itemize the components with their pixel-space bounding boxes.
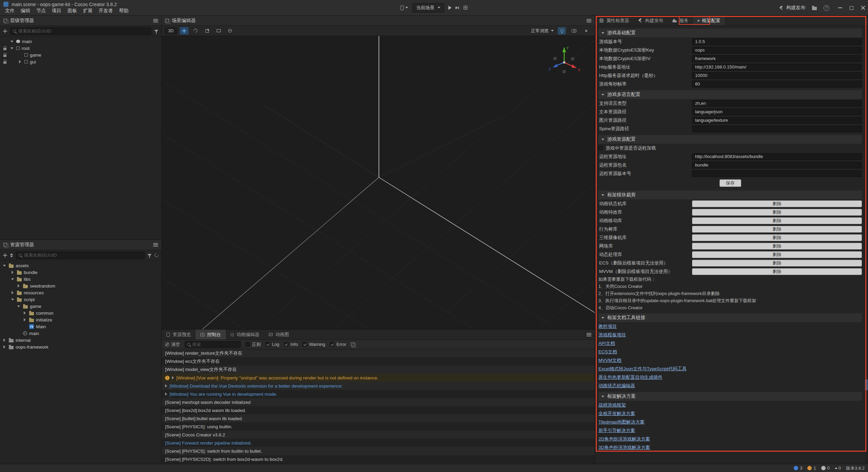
rotate-tool-button[interactable]	[191, 27, 200, 35]
menu-panel[interactable]: 面板	[64, 7, 80, 15]
console-log-row[interactable]: [Scene] [bullet]:bullet wasm lib loaded.	[162, 414, 595, 422]
chevron-right-icon[interactable]	[24, 318, 26, 321]
expand-log-icon[interactable]	[165, 384, 167, 388]
chevron-right-icon[interactable]	[24, 311, 26, 315]
doc-link[interactable]: 动画状态机编辑器	[598, 383, 635, 389]
console-log-row[interactable]: [Scene] [PHYSICS]: using builtin.	[162, 422, 595, 431]
tree-row[interactable]: main	[0, 38, 161, 45]
move-tool-button[interactable]	[180, 27, 189, 35]
info-checkbox[interactable]	[284, 342, 289, 347]
tree-row[interactable]: resources	[0, 289, 161, 296]
delete-module-button[interactable]: 删除	[692, 260, 862, 267]
sort-icon[interactable]	[10, 253, 13, 257]
tree-row[interactable]: libs	[0, 276, 161, 282]
delete-module-button[interactable]: 删除	[692, 243, 862, 250]
lock-icon[interactable]	[3, 55, 6, 57]
regex-toggle[interactable]: 正则	[245, 341, 261, 348]
tree-row[interactable]: initialize	[0, 316, 161, 323]
play-button[interactable]	[449, 6, 452, 10]
clear-console-button[interactable]: 清空	[165, 341, 180, 348]
help-icon[interactable]: ?	[824, 5, 829, 11]
section-doc-links[interactable]: 框架文档工具链接	[598, 313, 862, 322]
text-path-input[interactable]	[692, 109, 862, 115]
tree-row[interactable]: bundle	[0, 269, 161, 276]
coordinate-tool-button[interactable]	[226, 27, 235, 35]
open-folder-icon[interactable]	[812, 7, 817, 10]
delete-module-button[interactable]: 删除	[692, 251, 862, 258]
chevron-right-icon[interactable]	[12, 271, 14, 274]
chevron-down-icon[interactable]	[11, 47, 13, 49]
chevron-right-icon[interactable]	[18, 284, 20, 288]
log-count-badge[interactable]: 3	[794, 466, 802, 471]
delete-module-button[interactable]: 删除	[692, 209, 862, 216]
tree-row[interactable]: assets	[0, 262, 161, 269]
tab-property-inspector[interactable]: 属性检查器	[595, 16, 634, 25]
chevron-right-icon[interactable]	[3, 338, 5, 342]
console-log-row[interactable]: [Scene] [box2d]:box2d wasm lib loaded.	[162, 406, 595, 414]
delete-module-button[interactable]: 删除	[692, 226, 862, 233]
close-button[interactable]	[861, 6, 865, 10]
console-menu-icon[interactable]	[587, 334, 591, 335]
console-log-row[interactable]: [Window] render_texture文件夹不存在	[162, 349, 595, 357]
chevron-right-icon[interactable]	[3, 345, 5, 349]
preview-device-button[interactable]	[401, 5, 408, 10]
chevron-down-icon[interactable]	[11, 41, 13, 42]
scene-settings-button[interactable]	[582, 27, 590, 35]
spine-path-input[interactable]	[692, 125, 862, 132]
scene-select-dropdown[interactable]: 当前场景	[412, 3, 445, 13]
tree-row[interactable]: internal	[0, 337, 161, 343]
solution-link[interactable]: 全栈开发解决方案	[598, 411, 635, 417]
tree-row[interactable]: script	[0, 296, 161, 303]
chevron-down-icon[interactable]	[17, 306, 20, 307]
hierarchy-menu-icon[interactable]	[153, 20, 158, 21]
section-module-trim[interactable]: 框架模块裁剪	[598, 191, 862, 199]
crypto-key-input[interactable]	[692, 47, 862, 54]
languages-input[interactable]	[692, 100, 862, 107]
doc-link[interactable]: 教程项目	[598, 323, 617, 330]
scale-tool-button[interactable]	[203, 27, 212, 35]
doc-link[interactable]: Excel格式转Json文件与TypeScript代码工具	[598, 366, 687, 372]
tree-row[interactable]: seedrandom	[0, 282, 161, 289]
image-path-input[interactable]	[692, 117, 862, 124]
collapse-logs-icon[interactable]	[351, 342, 355, 346]
menu-edit[interactable]: 编辑	[18, 7, 33, 15]
doc-link[interactable]: MVVM文档	[598, 357, 622, 363]
axis-gizmo[interactable]: Y X Z	[547, 44, 582, 79]
assets-filter-icon[interactable]	[147, 254, 152, 256]
filter-warning[interactable]: Warning	[302, 342, 325, 347]
error-checkbox[interactable]	[330, 342, 334, 347]
solution-link[interactable]: Tiledmap地图解决方案	[598, 419, 645, 425]
delete-module-button[interactable]: 删除	[692, 268, 862, 275]
http-server-input[interactable]	[692, 64, 862, 71]
warning-count-badge[interactable]: 1	[807, 466, 816, 471]
mode-3d-button[interactable]: 3D	[165, 27, 177, 34]
http-timeout-input[interactable]	[692, 72, 862, 79]
rect-tool-button[interactable]	[214, 27, 223, 35]
tab-animation-graph[interactable]: 动画图	[264, 330, 294, 339]
assets-search-input[interactable]	[24, 253, 142, 258]
chevron-right-icon[interactable]	[19, 60, 21, 63]
chevron-down-icon[interactable]	[11, 278, 14, 280]
remote-load-checkbox[interactable]	[598, 146, 603, 150]
console-log-row[interactable]: [Window] ecs文件夹不存在	[162, 357, 595, 366]
inspector-scrollbar[interactable]	[865, 26, 868, 464]
tree-row[interactable]: common	[0, 310, 161, 316]
tab-asset-preview[interactable]: 资源预览	[162, 330, 196, 339]
tree-row[interactable]: game	[0, 52, 161, 58]
tab-service[interactable]: 服务	[668, 16, 693, 25]
expand-log-icon[interactable]	[172, 376, 174, 379]
tab-console[interactable]: 控制台	[196, 330, 226, 339]
light-toggle-button[interactable]	[558, 27, 566, 35]
console-log-row[interactable]: [Scene] meshopt wasm decoder initialized	[162, 398, 595, 406]
tree-row[interactable]: TS Main	[0, 323, 161, 330]
minimize-button[interactable]	[838, 7, 842, 8]
doc-link[interactable]: 原生包热更新配置自动生成插件	[598, 374, 663, 380]
assets-menu-icon[interactable]	[153, 244, 158, 245]
tree-row[interactable]: oops-framework	[0, 343, 161, 350]
tree-row[interactable]: main	[0, 330, 161, 337]
menu-extension[interactable]: 扩展	[80, 7, 96, 15]
remote-address-input[interactable]	[692, 153, 862, 160]
console-search-input[interactable]	[192, 342, 238, 347]
delete-module-button[interactable]: 删除	[692, 217, 862, 224]
console-log-row-warning[interactable]: [Window] [Vue warn]: Property "onInput" …	[162, 374, 595, 382]
